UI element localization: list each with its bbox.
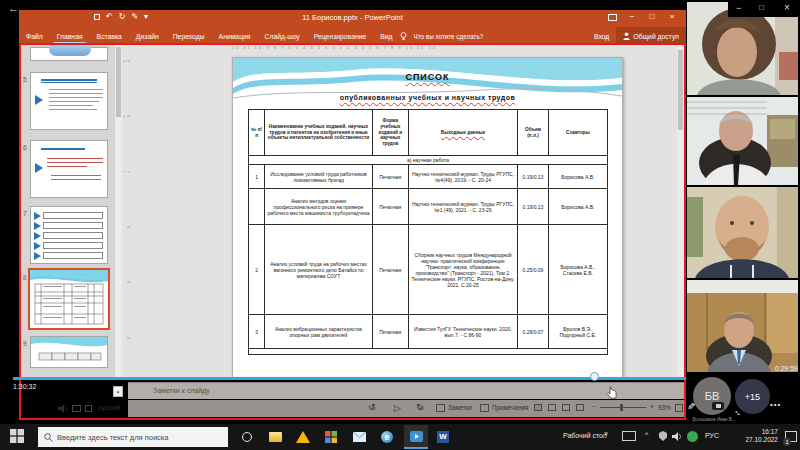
remaining-time: 0:29:59 xyxy=(716,365,798,372)
file-explorer-icon[interactable] xyxy=(266,428,284,446)
lightbulb-icon xyxy=(400,32,407,41)
section-row: а) научная работа xyxy=(249,156,608,165)
table-footer-row xyxy=(249,349,608,355)
toolbar-chevron[interactable]: » xyxy=(604,430,608,437)
notes-pane[interactable]: Заметки к слайду xyxy=(123,382,686,399)
ribbon-options-icon[interactable] xyxy=(602,12,622,23)
table-row: Анализ методов оценки профессионального … xyxy=(249,189,608,225)
screen-share-tray-icon[interactable] xyxy=(622,431,636,441)
screen: ← ↶ ↻ ✎ ▾ 11 Борисов.pptx - PowerPoint −… xyxy=(0,0,800,450)
arrow-shape xyxy=(35,95,43,105)
forward-30-icon[interactable]: ↻30 xyxy=(416,402,424,412)
slide-thumb-8-selected[interactable] xyxy=(28,268,110,330)
tab-review[interactable]: Рецензирование xyxy=(307,33,373,40)
zoom-level[interactable]: 93% xyxy=(658,404,671,411)
fit-to-window-icon[interactable] xyxy=(675,404,683,412)
search-placeholder: Введите здесь текст для поиска xyxy=(57,433,169,442)
arrow-shape xyxy=(35,163,43,173)
col-header: № п/п xyxy=(249,110,265,156)
thumbnail-scrollbar-thumb[interactable] xyxy=(116,47,121,117)
col-header: Соавторы xyxy=(548,110,607,156)
video-app-icon-active[interactable] xyxy=(404,425,428,449)
reading-view-icon[interactable] xyxy=(562,404,570,411)
zoom-out-button[interactable]: − xyxy=(592,403,596,410)
slideshow-icon[interactable] xyxy=(576,404,584,411)
col-header: Наименование учебных изданий, научных тр… xyxy=(265,110,373,156)
tray-expand-icon[interactable]: ^ xyxy=(645,431,648,438)
back-arrow-icon[interactable]: ← xyxy=(8,2,19,14)
participant-man-beard xyxy=(687,187,798,278)
tray-clock[interactable]: 16:1727.10.2022 xyxy=(728,428,778,445)
maximize-button[interactable]: □ xyxy=(642,12,662,23)
slide-thumb-6[interactable] xyxy=(30,140,108,198)
call-minimize-button[interactable]: − xyxy=(736,3,741,13)
tab-file[interactable]: Файл xyxy=(19,33,50,40)
tab-slideshow[interactable]: Слайд-шоу xyxy=(258,33,307,40)
speaker-name-caption: Большаков Иван В... xyxy=(684,417,744,422)
normal-view-icon[interactable] xyxy=(534,404,542,411)
participant-video-2[interactable] xyxy=(687,97,798,185)
publications-table: № п/п Наименование учебных изданий, науч… xyxy=(248,109,608,355)
slide-thumb-4-partial[interactable] xyxy=(30,47,108,61)
slide-canvas[interactable]: СПИСОК опубликованных учебных и научных … xyxy=(232,57,623,378)
comments-toggle[interactable]: Примечания xyxy=(492,404,528,411)
speaker-icon[interactable] xyxy=(58,404,68,413)
call-close-button[interactable]: × xyxy=(784,2,790,13)
tab-home[interactable]: Главная xyxy=(50,33,90,40)
yandex-disk-icon[interactable] xyxy=(294,428,312,446)
minimize-button[interactable]: − xyxy=(622,12,642,23)
accessibility-icon[interactable] xyxy=(85,405,92,412)
tab-transitions[interactable]: Переходы xyxy=(166,33,212,40)
zoom-slider-knob[interactable] xyxy=(620,404,623,411)
tell-me-box[interactable]: Что вы хотите сделать? xyxy=(407,33,491,40)
slide-thumb-7[interactable] xyxy=(30,206,108,264)
slide-sorter-icon[interactable] xyxy=(548,404,556,411)
slide-title: СПИСОК xyxy=(405,72,449,82)
tab-animations[interactable]: Анимация xyxy=(212,33,258,40)
participant-video-4[interactable] xyxy=(687,280,798,372)
zoom-slider[interactable] xyxy=(600,407,646,408)
close-button[interactable]: × xyxy=(662,12,682,23)
cortana-icon[interactable] xyxy=(238,428,256,446)
vertical-ruler: 9 8 7 6 5 4 3 2 1 xyxy=(123,60,131,370)
table-row: 3Анализ вибрационных характеристик опорн… xyxy=(249,315,608,349)
tab-insert[interactable]: Вставка xyxy=(90,33,129,40)
mail-icon[interactable] xyxy=(350,428,368,446)
thumb-number-selected: 8 xyxy=(23,274,27,281)
ppt-titlebar: ↶ ↻ ✎ ▾ 11 Борисов.pptx - PowerPoint − □… xyxy=(19,10,686,27)
slide-thumb-5[interactable] xyxy=(30,72,108,130)
tray-language[interactable]: РУС xyxy=(705,432,719,439)
wave-header-graphic xyxy=(233,58,622,110)
edge-icon[interactable]: e xyxy=(378,428,396,446)
volume-tray-icon[interactable] xyxy=(672,432,682,441)
table-row: 1Исследование условий труда работников л… xyxy=(249,165,608,189)
sign-in-button[interactable]: Вход xyxy=(587,33,616,40)
scroll-down-arrow[interactable]: ▾ xyxy=(113,386,123,397)
rewind-10-icon[interactable]: ↺10 xyxy=(368,402,376,412)
slide-thumb-9[interactable] xyxy=(30,336,108,368)
col-header: Форма учебных изданий и научных трудов xyxy=(372,110,408,156)
thumb-number: 6 xyxy=(23,144,27,151)
playback-progress-handle[interactable] xyxy=(590,372,599,381)
tab-view[interactable]: Вид xyxy=(373,33,399,40)
language-indicator[interactable]: русский xyxy=(98,404,121,411)
notes-toggle[interactable]: Заметки xyxy=(448,404,472,411)
canvas-scrollbar-thumb[interactable] xyxy=(678,50,683,130)
store-icon[interactable] xyxy=(322,428,340,446)
participant-video-3[interactable] xyxy=(687,187,798,278)
display-settings-icon[interactable] xyxy=(72,405,81,412)
playback-progress-bar[interactable] xyxy=(13,377,686,380)
more-menu-icon[interactable]: ••• xyxy=(770,400,781,409)
play-icon[interactable]: ▷ xyxy=(394,403,401,413)
start-button[interactable] xyxy=(10,429,24,443)
desktop-toolbar-label[interactable]: Рабочий стол xyxy=(563,432,607,439)
call-maximize-button[interactable]: □ xyxy=(759,3,764,12)
notes-toggle-icon[interactable] xyxy=(436,404,445,412)
tab-design[interactable]: Дизайн xyxy=(129,33,166,40)
taskbar-search[interactable]: Введите здесь текст для поиска xyxy=(38,427,228,447)
comments-toggle-icon[interactable] xyxy=(480,404,489,412)
word-icon[interactable]: W xyxy=(434,428,452,446)
antivirus-tray-icon[interactable] xyxy=(687,431,698,442)
zoom-in-button[interactable]: + xyxy=(650,403,654,410)
share-button[interactable]: Общий доступ xyxy=(616,27,686,45)
